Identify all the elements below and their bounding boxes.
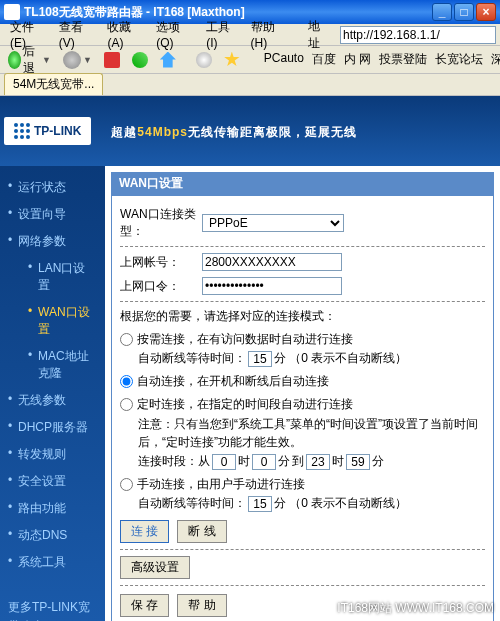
link-baidu[interactable]: 百度: [312, 51, 336, 68]
nav-status[interactable]: 运行状态: [4, 174, 101, 201]
back-button[interactable]: 后退▼: [4, 46, 55, 74]
browser-tab[interactable]: 54M无线宽带...: [4, 73, 103, 95]
nav-lan[interactable]: LAN口设置: [28, 255, 101, 299]
help-button[interactable]: 帮 助: [177, 594, 226, 617]
time-to-h[interactable]: [306, 454, 330, 470]
save-button[interactable]: 保 存: [120, 594, 169, 617]
sidebar: 运行状态 设置向导 网络参数 LAN口设置 WAN口设置 MAC地址克隆 无线参…: [0, 166, 105, 621]
favorites-button[interactable]: [220, 50, 244, 70]
back-icon: [8, 51, 21, 69]
panel-title: WAN口设置: [111, 172, 494, 195]
radio-schedule[interactable]: [120, 398, 133, 411]
account-input[interactable]: [202, 253, 342, 271]
refresh-button[interactable]: [128, 50, 152, 70]
link-neiwang[interactable]: 内 网: [344, 51, 371, 68]
tab-bar: 54M无线宽带...: [0, 74, 500, 96]
account-label: 上网帐号：: [120, 254, 198, 271]
nav-ddns[interactable]: 动态DNS: [4, 522, 101, 549]
menu-fav[interactable]: 收藏(A): [101, 17, 150, 52]
sidebar-footer[interactable]: 更多TP-LINK宽带路由 器，请点击查看 >>: [4, 594, 101, 621]
password-input[interactable]: [202, 277, 342, 295]
schedule-note: 注意：只有当您到“系统工具”菜单的“时间设置”项设置了当前时间后，“定时连接”功…: [138, 415, 485, 451]
nav-mac[interactable]: MAC地址克隆: [28, 343, 101, 387]
search-icon: [196, 52, 212, 68]
advanced-button[interactable]: 高级设置: [120, 556, 190, 579]
radio-manual[interactable]: [120, 478, 133, 491]
home-button[interactable]: [156, 50, 180, 70]
nav-network[interactable]: 网络参数: [4, 228, 101, 255]
forward-icon: [63, 51, 81, 69]
nav-wan[interactable]: WAN口设置: [28, 299, 101, 343]
star-icon: [224, 52, 240, 68]
watermark: IT168网站 WWW.IT168.COM: [337, 600, 494, 617]
menu-options[interactable]: 选项(Q): [150, 17, 200, 52]
divider: [120, 246, 485, 247]
nav-forward[interactable]: 转发规则: [4, 441, 101, 468]
radio-on-demand[interactable]: [120, 333, 133, 346]
chevron-down-icon: ▼: [42, 55, 51, 65]
nav-wizard[interactable]: 设置向导: [4, 201, 101, 228]
mode-heading: 根据您的需要，请选择对应的连接模式：: [120, 308, 485, 325]
opt-on-demand: 按需连接，在有访问数据时自动进行连接: [137, 331, 353, 348]
divider: [120, 301, 485, 302]
nav-route[interactable]: 路由功能: [4, 495, 101, 522]
chevron-down-icon: ▼: [83, 55, 92, 65]
link-sznews[interactable]: 深圳新闻网: [491, 51, 500, 68]
close-button[interactable]: ×: [476, 3, 496, 21]
menu-bar: 文件(E) 查看(V) 收藏(A) 选项(Q) 工具(I) 帮助(H) 地址: [0, 24, 500, 46]
password-label: 上网口令：: [120, 278, 198, 295]
nav-dhcp[interactable]: DHCP服务器: [4, 414, 101, 441]
divider: [120, 549, 485, 550]
main-panel: WAN口设置 WAN口连接类型： PPPoE 上网帐号： 上网口令： 根据您的需…: [105, 166, 500, 621]
nav-security[interactable]: 安全设置: [4, 468, 101, 495]
forward-button[interactable]: ▼: [59, 49, 96, 71]
minimize-button[interactable]: _: [432, 3, 452, 21]
time-to-m[interactable]: [346, 454, 370, 470]
conn-type-select[interactable]: PPPoE: [202, 214, 344, 232]
search-button[interactable]: [192, 50, 216, 70]
time-from-h[interactable]: [212, 454, 236, 470]
opt-auto: 自动连接，在开机和断线后自动连接: [137, 373, 329, 390]
address-input[interactable]: [340, 26, 496, 44]
disconnect-button[interactable]: 断 线: [177, 520, 226, 543]
link-forum[interactable]: 长宽论坛: [435, 51, 483, 68]
nav-wireless[interactable]: 无线参数: [4, 387, 101, 414]
stop-icon: [104, 52, 120, 68]
stop-button[interactable]: [100, 50, 124, 70]
radio-auto[interactable]: [120, 375, 133, 388]
idle-time-1[interactable]: [248, 351, 272, 367]
link-vote[interactable]: 投票登陆: [379, 51, 427, 68]
slogan: 超越54Mbps无线传输距离极限，延展无线: [111, 122, 357, 141]
home-icon: [160, 52, 176, 68]
conn-type-label: WAN口连接类型：: [120, 206, 198, 240]
logo: TP-LINK: [4, 117, 91, 145]
refresh-icon: [132, 52, 148, 68]
address-label: 地址: [302, 16, 336, 54]
menu-help[interactable]: 帮助(H): [245, 17, 294, 52]
link-pcauto[interactable]: PCauto: [264, 51, 304, 68]
divider: [120, 585, 485, 586]
logo-dots-icon: [14, 123, 30, 139]
connect-button[interactable]: 连 接: [120, 520, 169, 543]
idle-time-2[interactable]: [248, 496, 272, 512]
opt-manual: 手动连接，由用户手动进行连接: [137, 476, 305, 493]
nav-system[interactable]: 系统工具: [4, 549, 101, 576]
maximize-button[interactable]: □: [454, 3, 474, 21]
time-from-m[interactable]: [252, 454, 276, 470]
menu-tools[interactable]: 工具(I): [200, 17, 244, 52]
banner: TP-LINK 超越54Mbps无线传输距离极限，延展无线: [0, 96, 500, 166]
opt-schedule: 定时连接，在指定的时间段自动进行连接: [137, 396, 353, 413]
menu-view[interactable]: 查看(V): [53, 17, 102, 52]
